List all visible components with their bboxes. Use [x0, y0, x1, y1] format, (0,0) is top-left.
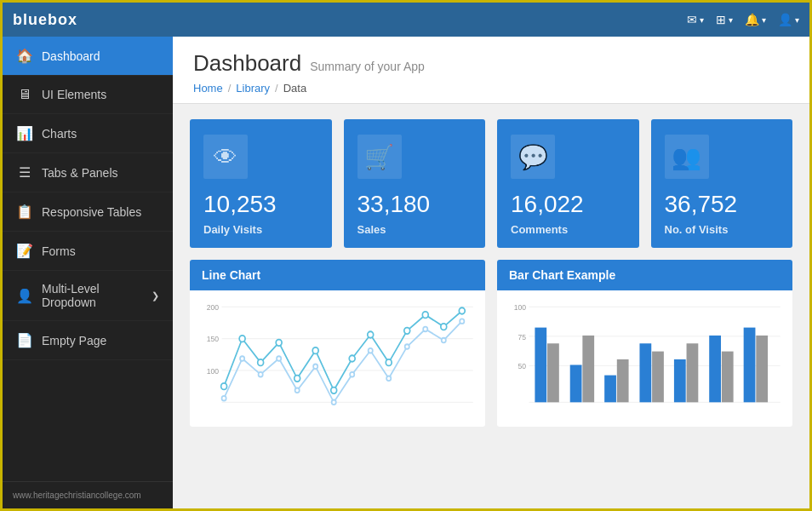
page-title-row: Dashboard Summary of your App [193, 50, 789, 77]
svg-point-12 [312, 347, 318, 353]
eye-icon: 👁 [203, 135, 248, 179]
bar-chart-svg: 100 75 50 [506, 299, 784, 418]
sidebar-item-multi-level[interactable]: 👤 Multi-Level Dropdown ❯ [3, 271, 173, 321]
sidebar-item-responsive-tables[interactable]: 📋 Responsive Tables [3, 192, 173, 232]
sidebar-label-multi-level: Multi-Level Dropdown [42, 282, 143, 309]
stats-cards-row: 👁 10,253 Daily Visits 🛒 33,180 Sales 💬 1… [173, 104, 809, 260]
svg-rect-43 [547, 343, 559, 402]
svg-rect-51 [687, 343, 699, 402]
brand-logo[interactable]: bluebox [13, 11, 77, 29]
forms-icon: 📝 [16, 243, 33, 259]
svg-rect-42 [535, 328, 546, 403]
svg-rect-47 [617, 359, 629, 402]
svg-point-33 [442, 338, 446, 343]
svg-point-13 [331, 388, 337, 393]
svg-point-17 [404, 328, 410, 334]
breadcrumb-sep-1: / [228, 82, 232, 95]
sidebar-label-responsive-tables: Responsive Tables [42, 205, 141, 219]
stat-card-no-of-visits: 👥 36,752 No. of Visits [651, 119, 793, 248]
group-icon: 👥 [665, 135, 709, 179]
svg-rect-44 [570, 365, 582, 402]
sidebar-item-dashboard[interactable]: 🏠 Dashboard [3, 37, 173, 76]
breadcrumb-home[interactable]: Home [193, 82, 223, 95]
home-icon: 🏠 [16, 48, 33, 64]
page-subtitle: Summary of your App [310, 60, 425, 73]
content-area: Dashboard Summary of your App Home / Lib… [173, 37, 809, 508]
stat-card-sales: 🛒 33,180 Sales [344, 119, 486, 248]
svg-text:100: 100 [514, 303, 526, 312]
svg-point-25 [295, 388, 300, 393]
sidebar-label-forms: Forms [42, 244, 76, 258]
svg-text:150: 150 [207, 335, 219, 343]
sidebar-label-empty-page: Empty Page [42, 334, 106, 347]
breadcrumb-library[interactable]: Library [236, 82, 270, 95]
svg-point-7 [221, 383, 227, 389]
svg-rect-53 [722, 352, 734, 403]
sidebar-item-ui-elements[interactable]: 🖥 UI Elements [3, 76, 173, 114]
svg-point-21 [222, 396, 226, 401]
stat-card-daily-visits: 👁 10,253 Daily Visits [190, 119, 332, 248]
svg-rect-54 [744, 328, 756, 403]
table-icon: 📋 [16, 204, 33, 220]
sidebar-item-empty-page[interactable]: 📄 Empty Page [3, 321, 173, 360]
svg-rect-48 [639, 343, 651, 402]
bar-chart-body: 100 75 50 [497, 290, 792, 427]
svg-point-32 [423, 327, 427, 332]
svg-rect-50 [674, 359, 686, 402]
bell-icon[interactable]: 🔔 [745, 13, 766, 26]
svg-point-30 [386, 376, 391, 382]
svg-point-8 [239, 336, 245, 342]
user-icon[interactable]: 👤 [778, 13, 799, 26]
svg-point-22 [240, 356, 244, 361]
stat-value-no-of-visits: 36,752 [665, 191, 780, 218]
sidebar-label-charts: Charts [42, 127, 77, 141]
mail-icon[interactable]: ✉ [687, 13, 704, 26]
svg-point-9 [258, 359, 264, 365]
svg-text:100: 100 [207, 366, 219, 375]
page-title: Dashboard [193, 50, 301, 77]
line-chart-box: Line Chart 200 150 100 [190, 260, 485, 427]
navbar: bluebox ✉ ⊞ 🔔 👤 [3, 3, 809, 37]
breadcrumb: Home / Library / Data [193, 82, 789, 95]
svg-point-10 [276, 340, 282, 346]
comment-icon: 💬 [511, 135, 555, 179]
stat-value-comments: 16,022 [511, 191, 626, 218]
page-header: Dashboard Summary of your App Home / Lib… [173, 37, 809, 104]
svg-rect-45 [582, 336, 594, 402]
stat-value-daily-visits: 10,253 [203, 191, 318, 218]
sidebar-item-tabs-panels[interactable]: ☰ Tabs & Panels [3, 153, 173, 192]
svg-point-18 [422, 312, 428, 318]
sidebar-label-tabs-panels: Tabs & Panels [42, 166, 118, 180]
grid-icon[interactable]: ⊞ [716, 13, 733, 26]
stat-card-comments: 💬 16,022 Comments [497, 119, 639, 248]
svg-point-24 [277, 356, 281, 361]
svg-point-28 [350, 372, 354, 377]
chart-icon: 📊 [16, 125, 33, 141]
page-icon: 📄 [16, 332, 33, 348]
bar-chart-title: Bar Chart Example [497, 260, 792, 290]
svg-point-11 [294, 376, 300, 382]
svg-rect-55 [756, 336, 768, 402]
svg-point-29 [369, 348, 373, 353]
sidebar-label-dashboard: Dashboard [42, 49, 100, 63]
users-icon: 👤 [16, 288, 33, 304]
sidebar-item-forms[interactable]: 📝 Forms [3, 232, 173, 271]
line-chart-body: 200 150 100 [190, 290, 485, 427]
cart-icon: 🛒 [357, 135, 402, 179]
stat-value-sales: 33,180 [357, 191, 472, 218]
sidebar-footer: www.heritagechristiancollege.com [3, 481, 173, 508]
sidebar: 🏠 Dashboard 🖥 UI Elements 📊 Charts ☰ Tab… [3, 37, 173, 508]
svg-text:75: 75 [518, 332, 527, 341]
stat-label-no-of-visits: No. of Visits [665, 223, 780, 236]
svg-point-31 [405, 344, 409, 349]
sidebar-label-ui-elements: UI Elements [42, 88, 106, 101]
svg-text:200: 200 [207, 303, 219, 312]
svg-point-16 [386, 359, 392, 365]
bar-chart-box: Bar Chart Example 100 75 50 [497, 260, 792, 427]
monitor-icon: 🖥 [16, 87, 33, 102]
svg-point-14 [349, 355, 355, 361]
navbar-icons: ✉ ⊞ 🔔 👤 [687, 13, 799, 26]
svg-text:50: 50 [518, 362, 527, 370]
charts-row: Line Chart 200 150 100 [173, 260, 809, 440]
sidebar-item-charts[interactable]: 📊 Charts [3, 114, 173, 153]
